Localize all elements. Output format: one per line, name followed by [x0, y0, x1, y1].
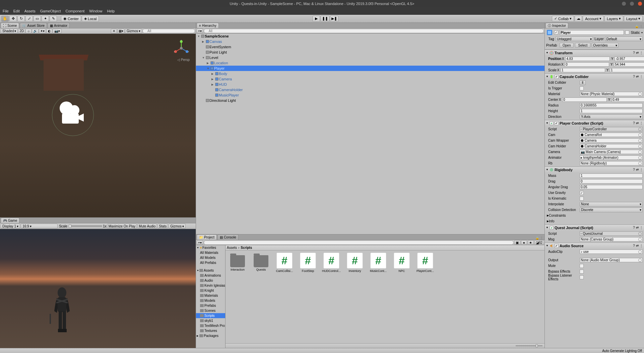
- gizmo-toggle[interactable]: ▦▾: [117, 29, 125, 33]
- direction-dropdown[interactable]: Y-Axis▾: [580, 115, 643, 119]
- rotation-x-input[interactable]: [565, 62, 609, 67]
- asset-hudcontrol[interactable]: #HUDControl...: [321, 253, 341, 273]
- asset-camcollisi[interactable]: #CamCollisi...: [274, 253, 295, 273]
- bypass-effects-checkbox[interactable]: [580, 270, 584, 274]
- tab-project[interactable]: 📁 Project: [197, 234, 217, 240]
- preset-icon[interactable]: ⇄: [636, 51, 639, 55]
- asset-interaction[interactable]: Interaction: [228, 253, 248, 273]
- project-folder-all-prefabs[interactable]: All Prefabs: [196, 260, 225, 265]
- project-folder-kevin-iglesias[interactable]: Kevin Iglesias: [196, 283, 225, 288]
- collision-detection-dropdown[interactable]: Discrete▾: [580, 208, 643, 212]
- output-field[interactable]: None (Audio Mixer Group): [580, 258, 643, 262]
- scale-tool-button[interactable]: ⤢: [25, 16, 33, 22]
- hierarchy-search-input[interactable]: [204, 29, 544, 33]
- help-icon[interactable]: ?: [633, 51, 635, 55]
- save-search-button[interactable]: ★: [528, 240, 534, 245]
- layer-dropdown[interactable]: Default▾: [605, 37, 643, 41]
- maximize-icon[interactable]: [630, 2, 634, 6]
- physic-material-field[interactable]: None (Physic Material): [580, 92, 643, 96]
- is-kinematic-checkbox[interactable]: [580, 197, 584, 201]
- project-folder-scenes[interactable]: Scenes: [196, 308, 225, 313]
- scale-x-input[interactable]: [561, 68, 605, 72]
- hierarchy-item-camera[interactable]: ▶Camera: [196, 76, 544, 82]
- scale-slider[interactable]: [69, 225, 102, 227]
- edit-collider-button[interactable]: ꁇ: [580, 80, 586, 85]
- transform-tool-button[interactable]: ✦: [42, 16, 49, 22]
- project-folder-materials[interactable]: Materials: [196, 293, 225, 298]
- breadcrumb-assets[interactable]: Assets: [227, 246, 237, 250]
- maximize-toggle[interactable]: Maximize On Play: [107, 224, 137, 228]
- search-by-label-button[interactable]: ●: [521, 240, 527, 245]
- minimize-icon[interactable]: [622, 2, 626, 6]
- hierarchy-create-button[interactable]: +▾: [197, 28, 203, 33]
- tab-console[interactable]: ▤ Console: [217, 234, 239, 240]
- layout-dropdown[interactable]: Layout ▾: [624, 16, 643, 22]
- tab-inspector[interactable]: ⓘ Inspector: [545, 23, 568, 28]
- perspective-label[interactable]: ◁ Persp: [177, 58, 190, 62]
- height-input[interactable]: [580, 109, 643, 113]
- close-icon[interactable]: [638, 2, 642, 6]
- stats-toggle[interactable]: Stats: [157, 224, 168, 228]
- hierarchy-item-musicplayer[interactable]: MusicPlayer: [196, 92, 544, 98]
- asset-musiccont[interactable]: #MusicCont...: [368, 253, 388, 273]
- move-tool-button[interactable]: ✥: [9, 16, 17, 22]
- menu-icon[interactable]: ⋮: [640, 51, 643, 55]
- asset-quests[interactable]: Quests: [251, 253, 271, 273]
- project-folder-models[interactable]: Models: [196, 298, 225, 303]
- prefab-overrides-dropdown[interactable]: Overrides▾: [592, 43, 619, 48]
- constraints-foldout[interactable]: Constraints: [549, 214, 566, 217]
- interpolate-dropdown[interactable]: None▾: [580, 202, 643, 207]
- project-folder-all-models[interactable]: All Models: [196, 255, 225, 260]
- scale-y-input[interactable]: [610, 68, 644, 72]
- hierarchy-item-point-light[interactable]: Point Light: [196, 50, 544, 55]
- prefab-open-button[interactable]: Open: [560, 43, 574, 48]
- camholder-field[interactable]: ⬢ CameraHolder: [580, 144, 643, 148]
- lock-icon[interactable]: 🔒 ⋮: [535, 236, 544, 240]
- pivot-local-button[interactable]: ◈ Local: [82, 16, 99, 22]
- position-y-input[interactable]: [615, 57, 644, 61]
- custom-tool-button[interactable]: ✎: [50, 16, 57, 22]
- player-controller-header[interactable]: ▼ # ✓ Player Controller (Script) ?⇄⋮: [545, 120, 644, 126]
- account-dropdown[interactable]: Account ▾: [583, 16, 604, 22]
- cloud-button[interactable]: ☁: [575, 16, 582, 22]
- game-gizmos-dropdown[interactable]: Gizmos ▾: [169, 224, 186, 228]
- center-y-input[interactable]: [611, 97, 644, 102]
- transform-component-header[interactable]: ▼ Transform ? ⇄ ⋮: [545, 50, 644, 56]
- 2d-toggle[interactable]: 2D: [18, 29, 25, 33]
- mass-input[interactable]: [580, 173, 643, 178]
- audiosource-enabled-checkbox[interactable]: ✓: [555, 244, 559, 248]
- asset-footstep[interactable]: #FootStep: [298, 253, 318, 273]
- asset-playercont[interactable]: #PlayerCont...: [415, 253, 435, 273]
- audio-mute-checkbox[interactable]: [580, 264, 584, 268]
- menu-gameobject[interactable]: GameObject: [40, 9, 61, 13]
- quest-journal-header[interactable]: ▼ # Quest Journal (Script) ?⇄⋮: [545, 225, 644, 230]
- shading-dropdown[interactable]: Shaded ▾: [1, 29, 18, 33]
- radius-input[interactable]: [580, 103, 643, 108]
- fx-toggle[interactable]: ✦▾: [39, 29, 46, 33]
- msg-field[interactable]: None (Canvas Group): [580, 237, 643, 241]
- menu-window[interactable]: Window: [89, 9, 102, 13]
- rect-tool-button[interactable]: ▭: [34, 16, 41, 22]
- hierarchy-item-hud[interactable]: ▶HUD: [196, 82, 544, 87]
- pivot-center-button[interactable]: ◉ Center: [61, 16, 81, 22]
- capsule-collider-header[interactable]: ▼ ✓ Capsule Collider ?⇄⋮: [545, 74, 644, 79]
- camera-settings[interactable]: 📷▾: [53, 29, 62, 33]
- camwrapper-field[interactable]: ⬢ Camera: [580, 138, 643, 143]
- project-folder-knight[interactable]: Knight: [196, 288, 225, 293]
- audio-source-header[interactable]: ▼ ✓ Audio Source ?⇄⋮: [545, 243, 644, 249]
- tab-scene[interactable]: ⛶ Scene: [1, 23, 19, 28]
- gameobject-active-checkbox[interactable]: ✓: [554, 30, 558, 34]
- rigidbody-header[interactable]: ▼ Rigidbody ?⇄⋮: [545, 167, 644, 172]
- mute-toggle[interactable]: Mute Audio: [137, 224, 157, 228]
- hierarchy-item-location[interactable]: ▶Location: [196, 60, 544, 66]
- hierarchy-item-body[interactable]: ▶Body: [196, 71, 544, 76]
- scene-search-input[interactable]: [142, 29, 195, 33]
- lighting-toggle[interactable]: ☼: [25, 29, 31, 33]
- search-by-type-button[interactable]: ▣: [514, 240, 520, 245]
- project-folder-scripts[interactable]: Scripts: [196, 313, 225, 318]
- capsule-enabled-checkbox[interactable]: ✓: [555, 75, 559, 79]
- audioclip-field[interactable]: ♪ use: [580, 250, 643, 254]
- tab-hierarchy[interactable]: ≡ Hierarchy: [197, 23, 219, 28]
- static-dropdown-icon[interactable]: ▾: [641, 31, 643, 34]
- grid-toggle[interactable]: ✕: [111, 29, 117, 33]
